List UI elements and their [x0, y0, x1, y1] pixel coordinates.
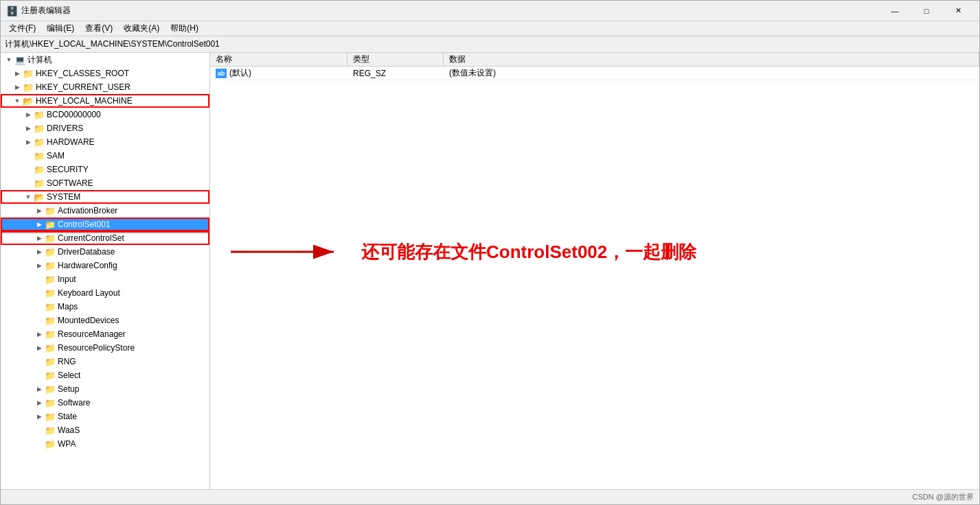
table-row[interactable]: ab (默认) REG_SZ (数值未设置) — [210, 67, 979, 80]
folder-system: 📂 — [34, 192, 45, 202]
tree-node-hklm[interactable]: ▼ 📂 HKEY_LOCAL_MACHINE — [1, 94, 209, 108]
status-bar: CSDN @源的世界 — [1, 489, 979, 504]
computer-icon: 💻 — [14, 55, 25, 64]
tree-node-mounteddevices[interactable]: 📁 MountedDevices — [1, 314, 209, 327]
folder-maps: 📁 — [45, 302, 56, 312]
col-header-type[interactable]: 类型 — [347, 53, 444, 66]
node-label-hardwareconfig: HardwareConfig — [58, 261, 117, 270]
tree-node-software-hklm[interactable]: ▶ 📁 SOFTWARE — [1, 176, 209, 190]
tree-node-maps[interactable]: 📁 Maps — [1, 300, 209, 314]
menu-file[interactable]: 文件(F) — [3, 21, 41, 36]
folder-setup: 📁 — [45, 384, 56, 394]
menu-help[interactable]: 帮助(H) — [165, 21, 204, 36]
tree-node-currentcontrolset[interactable]: ▶ 📁 CurrentControlSet — [1, 231, 209, 245]
expand-hardwareconfig[interactable]: ▶ — [34, 260, 45, 271]
maximize-button[interactable]: □ — [911, 1, 942, 21]
col-header-name[interactable]: 名称 — [210, 53, 347, 66]
col-header-data[interactable]: 数据 — [444, 53, 979, 66]
tree-node-hardware[interactable]: ▶ 📁 HARDWARE — [1, 135, 209, 149]
expand-hardware[interactable]: ▶ — [23, 137, 34, 148]
tree-node-computer[interactable]: ▼ 💻 计算机 — [1, 53, 209, 67]
tree-node-hkcu[interactable]: ▶ 📁 HKEY_CURRENT_USER — [1, 80, 209, 94]
tree-node-software-system[interactable]: ▶ 📁 Software — [1, 396, 209, 410]
node-label-software-system: Software — [58, 398, 90, 408]
tree-node-controlset001[interactable]: ▶ 📁 ControlSet001 — [1, 218, 209, 231]
tree-node-resourcepolicystore[interactable]: ▶ 📁 ResourcePolicyStore — [1, 341, 209, 355]
expand-activationbroker[interactable]: ▶ — [34, 205, 45, 216]
node-label-rng: RNG — [58, 357, 76, 366]
address-path: 计算机\HKEY_LOCAL_MACHINE\SYSTEM\ControlSet… — [5, 38, 220, 50]
folder-rng: 📁 — [45, 357, 56, 366]
folder-security: 📁 — [34, 165, 45, 174]
node-label-system: SYSTEM — [47, 192, 80, 202]
node-label-currentcontrolset: CurrentControlSet — [58, 233, 124, 243]
tree-node-hardwareconfig[interactable]: ▶ 📁 HardwareConfig — [1, 259, 209, 272]
folder-software-hklm: 📁 — [34, 178, 45, 188]
folder-state: 📁 — [45, 412, 56, 421]
folder-select: 📁 — [45, 371, 56, 380]
folder-driverdatabase: 📁 — [45, 247, 56, 257]
folder-hardwareconfig: 📁 — [45, 261, 56, 270]
tree-node-security[interactable]: ▶ 📁 SECURITY — [1, 163, 209, 176]
folder-waas: 📁 — [45, 425, 56, 435]
folder-keyboardlayout: 📁 — [45, 288, 56, 298]
tree-node-setup[interactable]: ▶ 📁 Setup — [1, 382, 209, 396]
folder-input: 📁 — [45, 274, 56, 284]
tree-node-resourcemanager[interactable]: ▶ 📁 ResourceManager — [1, 327, 209, 341]
tree-node-rng[interactable]: 📁 RNG — [1, 355, 209, 368]
title-bar-buttons: — □ ✕ — [879, 1, 974, 21]
menu-edit[interactable]: 编辑(E) — [41, 21, 80, 36]
minimize-button[interactable]: — — [879, 1, 911, 21]
tree-node-state[interactable]: ▶ 📁 State — [1, 410, 209, 423]
tree-panel[interactable]: ▼ 💻 计算机 ▶ 📁 HKEY_CLASSES_ROOT ▶ 📁 HKEY_C… — [1, 53, 210, 489]
menu-favorites[interactable]: 收藏夹(A) — [118, 21, 165, 36]
cell-name-text: (默认) — [229, 67, 251, 79]
node-label-controlset001: ControlSet001 — [58, 220, 111, 229]
tree-node-waas[interactable]: 📁 WaaS — [1, 423, 209, 437]
tree-node-hkcr[interactable]: ▶ 📁 HKEY_CLASSES_ROOT — [1, 67, 209, 80]
expand-software-system[interactable]: ▶ — [34, 397, 45, 408]
expand-drivers[interactable]: ▶ — [23, 123, 34, 134]
col-type-label: 类型 — [353, 54, 369, 65]
expand-hklm[interactable]: ▼ — [12, 95, 23, 106]
close-button[interactable]: ✕ — [942, 1, 974, 21]
expand-currentcontrolset[interactable]: ▶ — [34, 233, 45, 244]
folder-hkcu: 📁 — [23, 82, 34, 92]
expand-state[interactable]: ▶ — [34, 411, 45, 422]
expand-controlset001[interactable]: ▶ — [34, 219, 45, 230]
col-name-label: 名称 — [216, 54, 232, 65]
tree-node-system[interactable]: ▼ 📂 SYSTEM — [1, 190, 209, 204]
node-label-input: Input — [58, 274, 76, 284]
cell-type-text: REG_SZ — [353, 69, 386, 78]
expand-system[interactable]: ▼ — [23, 191, 34, 202]
status-text: CSDN @源的世界 — [913, 492, 974, 502]
tree-node-select[interactable]: 📁 Select — [1, 368, 209, 382]
tree-node-driverdatabase[interactable]: ▶ 📁 DriverDatabase — [1, 245, 209, 259]
node-label-bcd: BCD00000000 — [47, 110, 101, 119]
expand-computer[interactable]: ▼ — [3, 54, 14, 65]
tree-node-wpa[interactable]: 📁 WPA — [1, 437, 209, 451]
table-body: ab (默认) REG_SZ (数值未设置) — [210, 67, 979, 489]
tree-node-keyboardlayout[interactable]: 📁 Keyboard Layout — [1, 286, 209, 300]
expand-resourcepolicystore[interactable]: ▶ — [34, 342, 45, 353]
folder-controlset001: 📁 — [45, 220, 56, 229]
tree-node-sam[interactable]: ▶ 📁 SAM — [1, 149, 209, 163]
tree-node-activationbroker[interactable]: ▶ 📁 ActivationBroker — [1, 204, 209, 218]
cell-type: REG_SZ — [347, 69, 444, 78]
tree-node-input[interactable]: 📁 Input — [1, 272, 209, 286]
window-icon: 🗄️ — [6, 5, 17, 16]
expand-bcd[interactable]: ▶ — [23, 109, 34, 120]
tree-node-bcd[interactable]: ▶ 📁 BCD00000000 — [1, 108, 209, 121]
expand-setup[interactable]: ▶ — [34, 384, 45, 395]
title-bar: 🗄️ 注册表编辑器 — □ ✕ — [1, 1, 979, 21]
expand-hkcu[interactable]: ▶ — [12, 82, 23, 93]
node-label-hkcu: HKEY_CURRENT_USER — [36, 82, 130, 92]
expand-driverdatabase[interactable]: ▶ — [34, 246, 45, 257]
expand-resourcemanager[interactable]: ▶ — [34, 329, 45, 340]
node-label-drivers: DRIVERS — [47, 124, 83, 133]
node-label-hklm: HKEY_LOCAL_MACHINE — [36, 96, 133, 106]
expand-hkcr[interactable]: ▶ — [12, 68, 23, 79]
menu-view[interactable]: 查看(V) — [80, 21, 118, 36]
tree-node-drivers[interactable]: ▶ 📁 DRIVERS — [1, 121, 209, 135]
node-label-software-hklm: SOFTWARE — [47, 178, 93, 188]
